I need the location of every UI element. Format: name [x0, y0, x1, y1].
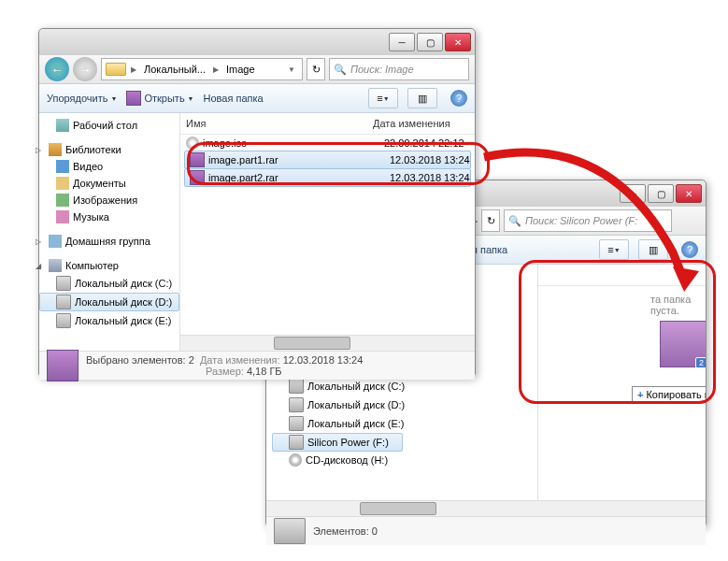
- drag-count-badge: 2: [695, 357, 706, 368]
- search-input[interactable]: 🔍Поиск: Image: [329, 58, 469, 80]
- minimize-button[interactable]: ─: [620, 184, 646, 203]
- tree-computer[interactable]: ◢Компьютер: [39, 257, 179, 274]
- col-name[interactable]: Имя: [180, 118, 373, 129]
- file-list[interactable]: изменения та папка пуста. 2 +Копировать …: [538, 265, 706, 500]
- tree-video[interactable]: Видео: [39, 158, 179, 175]
- explorer-window-source[interactable]: ─ ▢ ✕ ← → ▶ Локальный... ▶ Image ▼ ↻ 🔍По…: [38, 28, 476, 378]
- rar-icon: [47, 350, 79, 381]
- breadcrumb[interactable]: ▶ Локальный... ▶ Image ▼: [101, 58, 303, 80]
- tree-drive-e[interactable]: Локальный диск (E:): [39, 311, 179, 330]
- crumb-2[interactable]: Image: [223, 64, 258, 75]
- tree-music[interactable]: Музыка: [39, 209, 179, 225]
- new-folder-button[interactable]: я папка: [472, 244, 507, 255]
- scrollbar[interactable]: [266, 500, 706, 516]
- status-date-label: Дата изменения:: [200, 354, 280, 366]
- column-headers[interactable]: Имя Дата изменения: [180, 113, 475, 135]
- col-date[interactable]: Дата изменения: [373, 118, 450, 129]
- plus-icon: +: [637, 389, 643, 400]
- scroll-thumb[interactable]: [360, 502, 436, 515]
- search-placeholder: Поиск: Silicon Power (F:: [525, 215, 637, 226]
- status-size: 4,18 ГБ: [247, 366, 282, 377]
- view-button[interactable]: ≡ ▼: [368, 88, 398, 108]
- status-bar: Элементов: 0: [266, 516, 706, 545]
- refresh-button[interactable]: ↻: [307, 58, 325, 80]
- column-headers[interactable]: изменения: [538, 265, 706, 286]
- tree-images[interactable]: Изображения: [39, 192, 179, 209]
- drop-tooltip: +Копировать в "Silicon Power (F:)": [632, 386, 706, 403]
- help-icon[interactable]: ?: [681, 241, 698, 258]
- maximize-button[interactable]: ▢: [417, 33, 443, 51]
- tree-homegroup[interactable]: ▷Домашняя группа: [39, 233, 179, 250]
- tree-drive-d[interactable]: Локальный диск (D:): [39, 293, 179, 311]
- status-selected: Выбрано элементов: 2: [86, 354, 194, 366]
- crumb-1[interactable]: Локальный...: [141, 64, 208, 75]
- search-placeholder: Поиск: Image: [350, 64, 414, 75]
- empty-text: та папка пуста.: [538, 286, 706, 316]
- close-button[interactable]: ✕: [676, 184, 702, 203]
- rar-icon: [126, 91, 141, 106]
- tree-docs[interactable]: Документы: [39, 175, 179, 192]
- rar-icon: [190, 152, 205, 167]
- tree-drive-c[interactable]: Локальный диск (C:): [272, 377, 403, 396]
- iso-icon: [186, 137, 199, 150]
- organize-button[interactable]: Упорядочить ▼: [47, 93, 117, 104]
- drag-ghost-icon: 2: [660, 321, 706, 367]
- search-icon: 🔍: [508, 215, 521, 227]
- preview-button[interactable]: ▥: [638, 239, 668, 260]
- open-button[interactable]: Открыть ▼: [126, 91, 193, 106]
- file-row-rar1[interactable]: image.part1.rar12.03.2018 13:24: [184, 151, 471, 169]
- help-icon[interactable]: ?: [450, 90, 467, 107]
- address-bar: ← → ▶ Локальный... ▶ Image ▼ ↻ 🔍Поиск: I…: [39, 55, 475, 84]
- back-button[interactable]: ←: [45, 57, 69, 81]
- file-row-rar2[interactable]: image.part2.rar12.03.2018 13:24: [184, 168, 471, 187]
- new-folder-button[interactable]: Новая папка: [204, 93, 264, 104]
- toolbar: Упорядочить ▼ Открыть ▼ Новая папка ≡ ▼ …: [39, 84, 475, 113]
- tree-drive-f[interactable]: Silicon Power (F:): [272, 433, 403, 452]
- titlebar[interactable]: ─ ▢ ✕: [39, 29, 475, 55]
- preview-button[interactable]: ▥: [407, 88, 437, 108]
- search-input[interactable]: 🔍Поиск: Silicon Power (F:: [504, 209, 672, 232]
- tree-desktop[interactable]: Рабочий стол: [39, 117, 179, 134]
- status-bar: Выбрано элементов: 2 Дата изменения: 12.…: [39, 351, 475, 380]
- file-list[interactable]: Имя Дата изменения image.iso22.09.2014 2…: [180, 113, 475, 351]
- forward-button[interactable]: →: [73, 57, 97, 81]
- tree-drive-e[interactable]: Локальный диск (E:): [272, 414, 403, 433]
- tree-libraries[interactable]: ▷Библиотеки: [39, 141, 179, 158]
- minimize-button[interactable]: ─: [389, 33, 415, 51]
- maximize-button[interactable]: ▢: [648, 184, 674, 203]
- status-count: Элементов: 0: [313, 525, 378, 537]
- search-icon: 🔍: [334, 64, 347, 76]
- status-size-label: Размер:: [206, 366, 244, 377]
- tree-drive-c[interactable]: Локальный диск (C:): [39, 274, 179, 293]
- nav-tree[interactable]: Рабочий стол ▷Библиотеки Видео Документы…: [39, 113, 180, 351]
- scroll-thumb[interactable]: [274, 337, 350, 350]
- refresh-button[interactable]: ↻: [481, 209, 500, 232]
- view-button[interactable]: ≡ ▼: [599, 239, 629, 260]
- scrollbar[interactable]: [180, 335, 475, 351]
- drive-icon: [274, 518, 306, 544]
- rar-icon: [190, 170, 205, 185]
- tree-drive-h[interactable]: CD-дисковод (H:): [272, 452, 403, 468]
- file-row-iso[interactable]: image.iso22.09.2014 22:12: [180, 135, 475, 151]
- close-button[interactable]: ✕: [445, 33, 471, 51]
- tree-drive-d[interactable]: Локальный диск (D:): [272, 396, 403, 414]
- status-date: 12.03.2018 13:24: [283, 354, 364, 366]
- folder-icon: [106, 63, 126, 76]
